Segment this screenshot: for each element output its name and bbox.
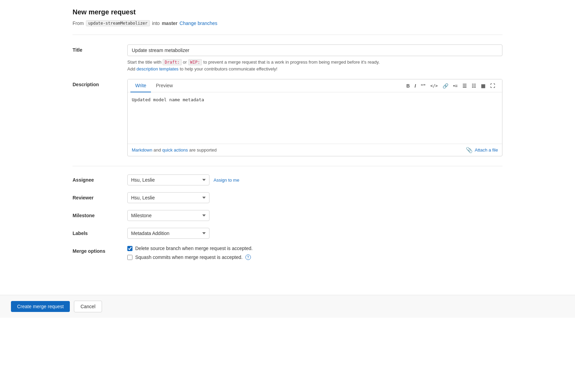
labels-form-content: Metadata Addition [127,228,502,239]
into-label: into [152,21,160,26]
title-hint-suffix: to prevent a merge request that is a wor… [203,60,380,65]
attach-label: Attach a file [475,147,498,153]
squash-commits-checkbox[interactable] [127,255,132,260]
editor-footer-text: Markdown and quick actions are supported [132,147,217,153]
tab-preview[interactable]: Preview [151,79,178,92]
title-input[interactable] [127,44,502,56]
assignee-form-content: Hsu, Leslie Assign to me [127,174,502,185]
source-branch-badge: update-streamMetabolizer [86,20,150,26]
description-form-content: Write Preview B I “” </> 🔗 •≡ ☰ ☷ [127,79,502,156]
draft-code: Draft: [163,59,181,65]
reviewer-form-content: Hsu, Leslie [127,192,502,203]
or-label: or [183,60,187,65]
title-label: Title [73,44,127,53]
reviewer-label: Reviewer [73,192,127,200]
add-suffix: to help your contributors communicate ef… [180,66,277,71]
milestone-form-content: Milestone [127,210,502,221]
toolbar-table-button[interactable]: ▦ [479,82,487,90]
section-divider [73,166,502,166]
delete-source-branch-checkbox[interactable] [127,246,132,251]
description-editor: Write Preview B I “” </> 🔗 •≡ ☰ ☷ [127,79,502,156]
editor-tab-group: Write Preview [130,79,178,92]
assign-to-me-link[interactable]: Assign to me [214,178,239,183]
description-label: Description [73,79,127,87]
reviewer-select[interactable]: Hsu, Leslie [127,192,209,203]
editor-tabs-bar: Write Preview B I “” </> 🔗 •≡ ☰ ☷ [128,79,502,92]
merge-options-row: Merge options Delete source branch when … [73,246,502,263]
title-form-content: Start the title with Draft: or WIP: to p… [127,44,502,72]
squash-commits-label: Squash commits when merge request is acc… [135,254,243,260]
toolbar-bullet-list-button[interactable]: •≡ [451,82,459,90]
milestone-label: Milestone [73,210,127,218]
title-row: Title Start the title with Draft: or WIP… [73,44,502,72]
assignee-row: Assignee Hsu, Leslie Assign to me [73,174,502,185]
tab-write[interactable]: Write [130,79,151,92]
change-branches-link[interactable]: Change branches [180,21,218,26]
title-hint-prefix: Start the title with [127,60,162,65]
create-merge-request-button[interactable]: Create merge request [11,301,70,312]
labels-row: Labels Metadata Addition [73,228,502,239]
toolbar-quote-button[interactable]: “” [419,82,427,90]
editor-toolbar: B I “” </> 🔗 •≡ ☰ ☷ ▦ ⛶ [402,80,499,92]
description-templates-link[interactable]: description templates [137,66,179,71]
page-title: New merge request [73,8,502,16]
description-row: Description Write Preview B I “” </> [73,79,502,156]
title-hint: Start the title with Draft: or WIP: to p… [127,59,502,72]
branch-info: From update-streamMetabolizer into maste… [73,20,502,26]
milestone-row: Milestone Milestone [73,210,502,221]
footer-and: and [154,147,162,153]
delete-source-branch-row: Delete source branch when merge request … [127,246,502,251]
toolbar-italic-button[interactable]: I [413,82,418,90]
attach-file-button[interactable]: 📎 Attach a file [466,147,498,153]
attach-icon: 📎 [466,147,473,153]
markdown-link[interactable]: Markdown [132,147,152,153]
quick-actions-link[interactable]: quick actions [162,147,188,153]
add-label: Add [127,66,135,71]
delete-source-branch-label: Delete source branch when merge request … [135,246,253,251]
labels-select[interactable]: Metadata Addition [127,228,209,239]
assignee-select[interactable]: Hsu, Leslie [127,174,209,185]
description-textarea[interactable]: Updated model name metadata [128,92,502,144]
toolbar-fullscreen-button[interactable]: ⛶ [488,82,497,90]
assignee-label: Assignee [73,174,127,183]
squash-help-icon[interactable]: ? [245,254,251,260]
editor-footer: Markdown and quick actions are supported… [128,144,502,156]
wip-code: WIP: [188,59,202,65]
labels-label: Labels [73,228,127,236]
toolbar-numbered-list-button[interactable]: ☰ [461,82,469,90]
toolbar-task-list-button[interactable]: ☷ [470,82,478,90]
merge-options-form-content: Delete source branch when merge request … [127,246,502,263]
target-branch: master [162,21,178,26]
reviewer-row: Reviewer Hsu, Leslie [73,192,502,203]
bottom-bar: Create merge request Cancel [0,295,575,318]
from-label: From [73,21,84,26]
toolbar-link-button[interactable]: 🔗 [441,82,450,90]
assignee-select-wrapper: Hsu, Leslie Assign to me [127,174,502,185]
cancel-button[interactable]: Cancel [74,301,102,312]
merge-options-label: Merge options [73,246,127,254]
top-divider [73,35,502,35]
merge-request-form: Title Start the title with Draft: or WIP… [73,44,502,270]
squash-commits-row: Squash commits when merge request is acc… [127,254,502,260]
milestone-select[interactable]: Milestone [127,210,209,221]
toolbar-code-button[interactable]: </> [429,82,439,90]
toolbar-bold-button[interactable]: B [405,82,411,90]
footer-supported: are supported [189,147,217,153]
